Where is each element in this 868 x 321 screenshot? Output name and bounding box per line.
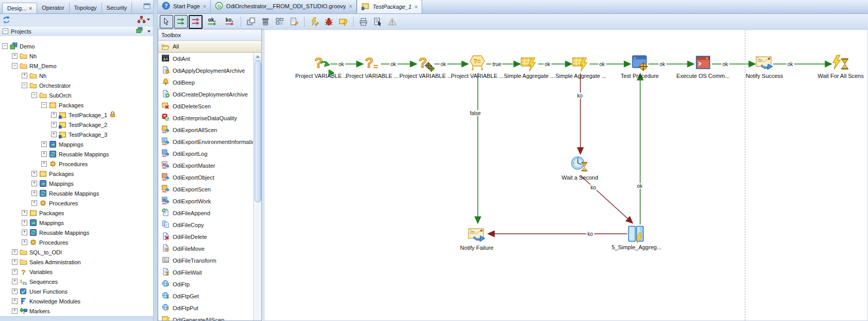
projects-accordion-header[interactable]: − Projects <box>0 26 153 37</box>
toolbox-item-odifilewait[interactable]: OdiFileWait <box>158 266 261 278</box>
expand-expander-icon[interactable]: + <box>12 269 18 275</box>
tree-item-packages[interactable]: −Packages <box>0 100 153 110</box>
toolbox-item-odiapplydeploymentarchive[interactable]: OdiApplyDeploymentArchive <box>158 65 261 76</box>
toolbox-item-odifilecopy[interactable]: OdiFileCopy <box>158 219 261 231</box>
expand-expander-icon[interactable]: + <box>51 112 57 118</box>
tree-item-sales-administration[interactable]: +Sales Administration <box>0 257 153 267</box>
collapse-expander-icon[interactable]: − <box>22 83 27 88</box>
tree-item-packages[interactable]: +Packages <box>0 208 153 218</box>
tree-item-markers[interactable]: +Markers <box>0 306 153 316</box>
chevron-down-icon[interactable] <box>147 30 151 33</box>
close-icon[interactable]: × <box>203 4 206 9</box>
refresh-icon[interactable] <box>2 15 11 25</box>
navigator-tab-operator[interactable]: Operator <box>37 3 69 13</box>
tree-item-mappings[interactable]: +Mappings <box>0 139 153 149</box>
toolbox-item-odienterprisedataquality[interactable]: OdiEnterpriseDataQuality <box>158 112 261 124</box>
toolbox-header[interactable]: Toolbox <box>158 29 261 41</box>
tree-item-reusable-mappings[interactable]: +Reusable Mappings <box>0 188 153 198</box>
toolbox-scrollbar[interactable] <box>253 53 261 320</box>
expand-expander-icon[interactable]: + <box>22 210 27 216</box>
toolbox-item-odideletescen[interactable]: OdiDeleteScen <box>158 100 261 112</box>
package-diagram-canvas[interactable]: okokoktrueokokokokokfalsekokookko?Projec… <box>264 29 868 321</box>
tree-item-procedures[interactable]: +Procedures <box>0 237 153 247</box>
tree-item-sequences[interactable]: +123Sequences <box>0 277 153 286</box>
tree-item-testpackage-1[interactable]: +TestPackage_1 <box>0 110 153 120</box>
toolbox-item-odifilemove[interactable]: OdiFileMove <box>158 243 261 254</box>
expand-expander-icon[interactable]: + <box>41 141 47 147</box>
toolbox-item-odiexportallscen[interactable]: XMLOdiExportAllScen <box>158 124 261 136</box>
expand-expander-icon[interactable]: + <box>31 181 37 186</box>
tree-item-nh[interactable]: +Nh <box>0 71 153 81</box>
close-icon[interactable]: × <box>29 6 32 11</box>
step-notify-failure[interactable]: Notify Failure <box>448 226 505 251</box>
expand-expander-icon[interactable]: + <box>22 239 27 245</box>
tree-item-user-functions[interactable]: +User Functions <box>0 286 153 296</box>
toolbox-item-odifiledelete[interactable]: OdiFileDelete <box>158 231 261 243</box>
expand-expander-icon[interactable]: + <box>22 73 27 78</box>
expand-expander-icon[interactable]: + <box>22 220 27 226</box>
tree-item-mappings[interactable]: +Mappings <box>0 218 153 228</box>
toolbox-item-odiftp[interactable]: OdiFtp <box>158 278 261 290</box>
expand-expander-icon[interactable]: + <box>12 249 18 255</box>
editor-tab-testpackage-1[interactable]: TestPackage_1× <box>357 0 422 13</box>
navigator-tab-topology[interactable]: Topology <box>70 3 102 13</box>
expand-expander-icon[interactable]: + <box>41 151 47 157</box>
expand-expander-icon[interactable]: + <box>12 298 18 304</box>
tree-item-reusable-mappings[interactable]: +Reusable Mappings <box>0 228 153 237</box>
tree-item-mappings[interactable]: +Mappings <box>0 179 153 188</box>
expand-expander-icon[interactable]: + <box>12 53 18 59</box>
delete-step-button[interactable] <box>259 15 272 28</box>
duplicate-selection-button[interactable] <box>244 15 258 28</box>
generate-scenario-button[interactable] <box>337 15 350 28</box>
step-notify-success[interactable]: Notify Success <box>736 54 793 79</box>
step-wait-a-second[interactable]: 1293Wait a Second <box>552 156 608 181</box>
flow-edge-ko[interactable] <box>580 175 632 223</box>
collapse-expander-icon[interactable]: − <box>2 43 8 49</box>
collapse-expander-icon[interactable]: − <box>31 92 37 98</box>
toolbox-item-odifiletransform[interactable]: OdiFileTransform <box>158 254 261 266</box>
edit-step-button[interactable] <box>288 15 301 28</box>
tree-item-demo[interactable]: −Demo <box>0 41 153 51</box>
step-wait-for-all-scens[interactable]: Wait For All Scens <box>812 54 868 79</box>
tree-item-procedures[interactable]: +Procedures <box>0 159 153 169</box>
toolbox-item-odigenerateallscen[interactable]: OdiGenerateAllScen <box>158 314 261 320</box>
next-step-on-failure-button[interactable] <box>189 15 203 29</box>
toolbox-filter-all[interactable]: All <box>158 41 261 53</box>
tree-item-nh[interactable]: +Nh <box>0 51 153 61</box>
collapse-expander-icon[interactable]: − <box>12 63 18 69</box>
tree-item-orchestrator[interactable]: −Orchestrator <box>0 81 153 90</box>
expand-expander-icon[interactable]: + <box>12 279 18 284</box>
expand-expander-icon[interactable]: + <box>12 259 18 265</box>
tree-item-packages[interactable]: +Packages <box>0 169 153 179</box>
tree-item-sql-to-odi[interactable]: +SQL_to_ODI <box>0 247 153 257</box>
toolbox-item-odifileappend[interactable]: OdiFileAppend <box>158 207 261 219</box>
tree-item-procedures[interactable]: +Procedures <box>0 198 153 208</box>
expand-expander-icon[interactable]: + <box>12 308 18 314</box>
next-step-on-success-button[interactable] <box>174 15 188 28</box>
expand-expander-icon[interactable]: + <box>51 122 57 127</box>
tree-item-knowledge-modules[interactable]: +Knowledge Modules <box>0 296 153 306</box>
select-pointer-button[interactable] <box>160 15 173 28</box>
reorganize-button[interactable] <box>273 15 287 28</box>
scrollbar-thumb[interactable] <box>255 61 261 202</box>
collapse-expander-icon[interactable]: − <box>41 102 47 108</box>
tree-item-suborch[interactable]: −SubOrch <box>0 90 153 100</box>
print-button[interactable] <box>357 15 370 28</box>
toolbox-item-odiexportwork[interactable]: XMLWOdiExportWork <box>158 195 261 207</box>
designer-object-icon[interactable] <box>137 15 150 24</box>
expand-expander-icon[interactable]: + <box>31 171 37 176</box>
expand-expander-icon[interactable]: + <box>12 288 18 294</box>
toolbox-item-odiexportmaster[interactable]: XMLMOdiExportMaster <box>158 159 261 171</box>
scrollbar-up-icon[interactable] <box>254 53 261 61</box>
tree-item-testpackage-3[interactable]: +TestPackage_3 <box>0 130 153 139</box>
navigator-tab-security[interactable]: Security <box>102 3 132 13</box>
toolbox-item-odiant[interactable]: AOdiAnt <box>158 53 261 65</box>
expand-expander-icon[interactable]: + <box>41 161 47 167</box>
editor-tab-odiorchestrator-from-odi-studio-groovy[interactable]: GOdiOrchestrator__FROM_ODI_STUDIO.groovy… <box>211 0 357 13</box>
toolbox-item-odibeep[interactable]: OdiBeep <box>158 76 261 88</box>
editor-tab-start-page[interactable]: ?Start Page× <box>158 0 211 13</box>
toolbox-item-odiexportobject[interactable]: XMLOdiExportObject <box>158 171 261 183</box>
step-5-simple-aggreg[interactable]: 5_Simple_Aggreg... <box>608 226 665 250</box>
execute-button[interactable] <box>308 15 321 28</box>
ko-link-button[interactable]: ko, <box>221 15 238 28</box>
